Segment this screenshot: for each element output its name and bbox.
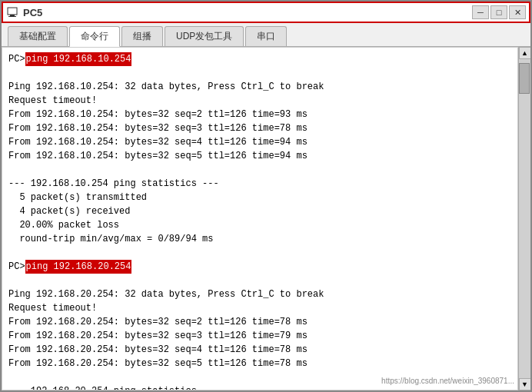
- scroll-up-button[interactable]: ▲: [519, 47, 531, 59]
- svg-rect-2: [8, 16, 16, 17]
- scroll-thumb[interactable]: [519, 63, 530, 94]
- reply-2-2: From 192.168.20.254: bytes=32 seq=2 ttl=…: [8, 315, 511, 329]
- window-controls: ─ □ ✕: [472, 5, 526, 19]
- tab-serial[interactable]: 串口: [245, 26, 287, 46]
- title-left: PC5: [6, 6, 42, 18]
- reply-1-2: From 192.168.10.254: bytes=32 seq=2 ttl=…: [8, 108, 511, 121]
- reply-1-3: From 192.168.10.254: bytes=32 seq=3 ttl=…: [8, 121, 511, 135]
- svg-rect-1: [10, 15, 15, 16]
- tab-command-line[interactable]: 命令行: [69, 26, 120, 47]
- stats-rx-1: 4 packet(s) received: [8, 204, 511, 218]
- scroll-track[interactable]: [519, 59, 530, 378]
- command-line-1: PC>ping 192.168.10.254: [8, 52, 511, 66]
- tab-multicast[interactable]: 组播: [121, 26, 163, 46]
- scroll-down-button[interactable]: ▼: [519, 378, 531, 390]
- cmd-text-2: ping 192.168.20.254: [25, 260, 132, 274]
- tab-bar: 基础配置 命令行 组播 UDP发包工具 串口: [2, 23, 530, 47]
- timeout-1: Request timeout!: [8, 94, 511, 108]
- maximize-button[interactable]: □: [490, 5, 507, 19]
- terminal[interactable]: PC>ping 192.168.10.254 Ping 192.168.10.2…: [2, 47, 518, 390]
- timeout-2: Request timeout!: [8, 301, 511, 315]
- reply-2-3: From 192.168.20.254: bytes=32 seq=3 ttl=…: [8, 329, 511, 343]
- blank-4: [8, 274, 511, 287]
- command-line-2: PC>ping 192.168.20.254: [8, 260, 511, 274]
- svg-rect-0: [8, 8, 17, 15]
- close-button[interactable]: ✕: [509, 5, 526, 19]
- blank-3: [8, 246, 511, 260]
- stats-header-1: --- 192.168.10.254 ping statistics ---: [8, 177, 511, 191]
- window-title: PC5: [23, 7, 42, 18]
- blank-1: [8, 66, 511, 80]
- reply-1-5: From 192.168.10.254: bytes=32 seq=5 ttl=…: [8, 149, 511, 163]
- pc-icon: [6, 6, 18, 18]
- blank-2: [8, 163, 511, 177]
- stats-tx-1: 5 packet(s) transmitted: [8, 191, 511, 204]
- tab-basic-config[interactable]: 基础配置: [8, 26, 68, 46]
- cmd-text-1: ping 192.168.10.254: [25, 52, 132, 66]
- reply-1-4: From 192.168.10.254: bytes=32 seq=4 ttl=…: [8, 135, 511, 149]
- ping-header-1: Ping 192.168.10.254: 32 data bytes, Pres…: [8, 80, 511, 94]
- watermark: https://blog.csdn.net/weixin_3960871...: [381, 375, 514, 387]
- tab-udp-tool[interactable]: UDP发包工具: [165, 26, 244, 46]
- prompt-2: PC>: [8, 260, 25, 274]
- reply-2-4: From 192.168.20.254: bytes=32 seq=4 ttl=…: [8, 343, 511, 357]
- stats-loss-1: 20.00% packet loss: [8, 218, 511, 232]
- title-bar: PC5 ─ □ ✕: [2, 2, 530, 23]
- main-window: PC5 ─ □ ✕ 基础配置 命令行 组播 UDP发包工具 串口 PC>ping…: [0, 0, 532, 392]
- scrollbar[interactable]: ▲ ▼: [518, 47, 530, 390]
- ping-header-2: Ping 192.168.20.254: 32 data bytes, Pres…: [8, 287, 511, 301]
- reply-2-5: From 192.168.20.254: bytes=32 seq=5 ttl=…: [8, 357, 511, 370]
- stats-rtt-1: round-trip min/avg/max = 0/89/94 ms: [8, 232, 511, 246]
- minimize-button[interactable]: ─: [472, 5, 489, 19]
- content-area: PC>ping 192.168.10.254 Ping 192.168.10.2…: [2, 47, 530, 390]
- prompt-1: PC>: [8, 52, 25, 66]
